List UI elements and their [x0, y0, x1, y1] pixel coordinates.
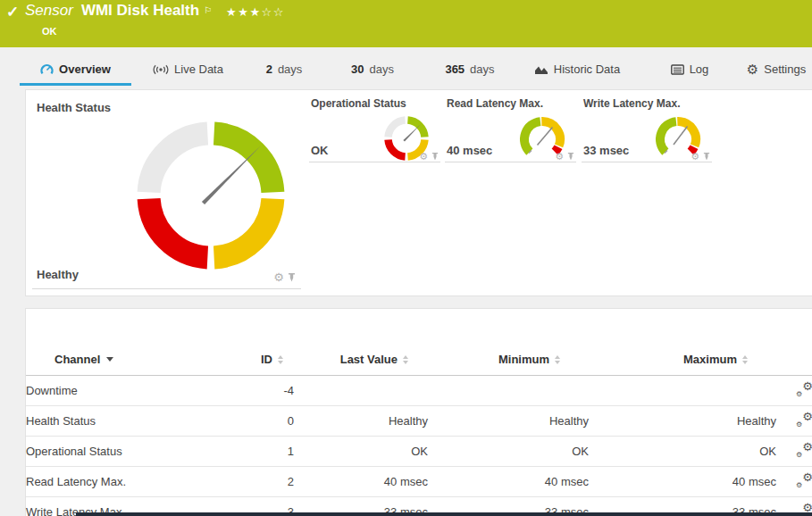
channel-name[interactable]: Read Latency Max.: [26, 467, 249, 497]
channel-id: -4: [249, 376, 294, 406]
pin-icon[interactable]: [431, 152, 439, 162]
health-status-gauge: [126, 111, 296, 280]
gauge-value: Healthy: [37, 268, 79, 281]
read-latency-gauge-widget[interactable]: Read Latency Max. 40 msec ⚙: [445, 97, 576, 162]
channel-id: 2: [249, 467, 294, 497]
channel-minimum: OK: [428, 437, 589, 467]
area-chart-icon: [534, 64, 548, 75]
column-label: ID: [261, 353, 272, 366]
channel-name[interactable]: Operational Status: [26, 437, 249, 467]
gauge-value: 33 msec: [583, 144, 629, 157]
table-row-operational-status[interactable]: Operational Status 1 OK OK OK ⚙⚙: [26, 437, 812, 467]
gauge-needle: [202, 146, 261, 204]
tab-live-data[interactable]: Live Data: [141, 55, 235, 83]
tab-label: days: [470, 62, 494, 76]
tab-label: days: [278, 62, 302, 76]
channel-settings-icon[interactable]: ⚙⚙: [796, 444, 812, 457]
table-row-read-latency[interactable]: Read Latency Max. 2 40 msec 40 msec 40 m…: [26, 467, 812, 497]
table-row-downtime[interactable]: Downtime -4 ⚙⚙: [26, 376, 812, 406]
gauge-needle: [538, 128, 553, 146]
channel-settings-icon[interactable]: ⚙⚙: [796, 413, 812, 427]
tab-label: Live Data: [174, 62, 223, 76]
operational-status-gauge-widget[interactable]: Operational Status OK ⚙: [309, 97, 440, 162]
column-header-channel[interactable]: Channel: [26, 353, 249, 366]
gear-icon[interactable]: ⚙: [691, 152, 699, 162]
sort-icon: [278, 355, 283, 364]
pin-icon[interactable]: [703, 152, 710, 162]
gear-icon[interactable]: ⚙: [555, 152, 564, 162]
gear-icon[interactable]: ⚙: [273, 271, 284, 283]
caret-down-icon: [106, 357, 113, 362]
status-check-icon: ✓: [6, 3, 19, 21]
tab-2-days[interactable]: 2 days: [257, 55, 311, 83]
channel-settings-icon[interactable]: ⚙⚙: [796, 383, 812, 396]
broadcast-icon: [153, 64, 169, 75]
gauge-needle: [403, 124, 421, 142]
tab-bar: Overview Live Data 2 days 30 days 365 da…: [0, 55, 812, 86]
object-type-label: Sensor: [25, 2, 73, 20]
tab-settings[interactable]: ⚙ Settings: [744, 55, 808, 83]
gear-icon[interactable]: ⚙: [419, 152, 428, 162]
column-header-maximum[interactable]: Maximum: [589, 353, 776, 366]
sort-icon: [403, 355, 408, 364]
write-latency-gauge-widget[interactable]: Write Latency Max. 33 msec ⚙: [582, 97, 712, 162]
column-label: Maximum: [683, 353, 737, 366]
column-header-last-value[interactable]: Last Value: [294, 353, 428, 366]
channel-last-value: 40 msec: [294, 467, 428, 497]
tab-log[interactable]: Log: [664, 55, 716, 83]
channel-maximum: [589, 376, 776, 406]
tab-label: Historic Data: [554, 62, 620, 76]
tab-label: Settings: [764, 62, 806, 76]
channel-maximum: 40 msec: [589, 467, 776, 497]
sensor-header: ✓ Sensor WMI Disk Health ⚐ ★★★☆☆ OK: [0, 0, 812, 47]
column-label: Channel: [54, 353, 100, 366]
channels-panel: Channel ID Last Value Minimum Maximum: [25, 308, 812, 516]
priority-stars[interactable]: ★★★☆☆: [226, 4, 285, 21]
column-header-id[interactable]: ID: [249, 353, 294, 366]
gauge-needle: [674, 127, 688, 146]
channel-name[interactable]: Health Status: [26, 406, 249, 437]
table-row-health-status[interactable]: Health Status 0 Healthy Healthy Healthy …: [26, 406, 812, 437]
channel-settings-icon[interactable]: ⚙⚙: [796, 474, 812, 487]
tab-label: Overview: [59, 62, 111, 76]
channel-maximum: Healthy: [589, 406, 776, 437]
gauges-panel: Health Status Healthy ⚙ Operational Stat…: [25, 89, 812, 296]
status-badge: OK: [42, 26, 57, 37]
column-header-minimum[interactable]: Minimum: [428, 353, 589, 366]
channel-minimum: Healthy: [428, 406, 589, 437]
channel-minimum: [428, 376, 589, 406]
channels-table: Channel ID Last Value Minimum Maximum: [26, 309, 812, 516]
gear-icon: ⚙: [747, 62, 758, 76]
tab-label: Log: [690, 62, 709, 76]
channel-minimum: 40 msec: [428, 467, 589, 497]
column-label: Minimum: [498, 353, 549, 366]
flag-icon[interactable]: ⚐: [204, 2, 212, 20]
tab-30-days[interactable]: 30 days: [342, 55, 403, 83]
gauge-title: Read Latency Max.: [447, 97, 543, 110]
tab-value: 365: [445, 62, 465, 76]
pin-icon[interactable]: [567, 152, 574, 162]
channel-last-value: [294, 376, 428, 406]
channel-id: 0: [249, 406, 294, 437]
next-section-edge: [76, 512, 812, 516]
channel-last-value: Healthy: [294, 406, 428, 437]
tab-label: days: [370, 62, 394, 76]
tab-historic-data[interactable]: Historic Data: [527, 55, 627, 83]
gauge-title: Write Latency Max.: [583, 97, 680, 110]
page-title: WMI Disk Health: [81, 2, 199, 20]
channel-last-value: OK: [294, 437, 428, 467]
gauge-value: 40 msec: [447, 144, 492, 157]
gauge-icon: [40, 63, 54, 75]
tab-365-days[interactable]: 365 days: [433, 55, 506, 83]
sort-icon: [742, 355, 748, 364]
gauge-title: Operational Status: [311, 97, 406, 110]
tab-value: 2: [266, 62, 272, 76]
tab-value: 30: [351, 62, 364, 76]
tab-overview[interactable]: Overview: [20, 55, 131, 86]
gauge-title: Health Status: [37, 101, 111, 114]
gauge-value: OK: [311, 144, 329, 157]
pin-icon[interactable]: [288, 272, 296, 283]
channel-name[interactable]: Downtime: [26, 376, 249, 406]
health-status-gauge-widget[interactable]: Health Status Healthy ⚙: [32, 97, 301, 289]
channel-id: 1: [249, 437, 294, 467]
